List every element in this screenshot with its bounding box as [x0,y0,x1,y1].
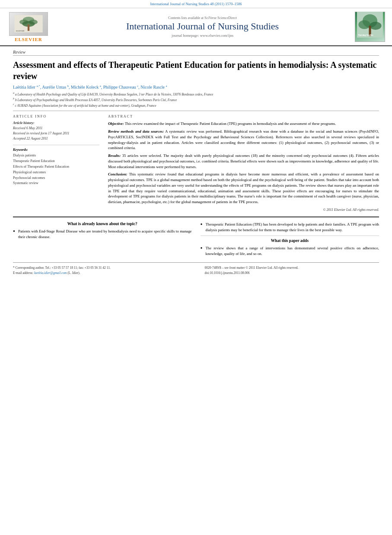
bullet-icon-2: • [201,222,204,233]
svg-point-10 [370,22,381,30]
history-line-3: Accepted 22 August 2011 [13,136,99,141]
top-reference-text: International Journal of Nursing Studies… [150,2,242,6]
abstract-conclusion: Conclusion: This systematic review found… [108,172,379,205]
email-line: E-mail address: laetitia.idier@gmail.com… [13,271,188,275]
issn-line: 0020-7489/$ – see front matter © 2011 El… [205,265,379,270]
paper-adds-bullet: • The review shows that a range of inter… [201,245,379,257]
box-divider [201,236,379,236]
abstract-results: Results: 35 articles were selected. The … [108,153,379,169]
known-about-bullet: • Patients with End-Stage Renal Disease … [13,229,192,240]
keyword-3: Effects of Therapeutic Patient Education [13,164,99,170]
objective-text-content: This review examined the impact of Thera… [125,121,336,126]
results-label: Results: [108,153,121,158]
left-column: ARTICLE INFO Article history: Received 6… [13,115,99,212]
keyword-4: Physiological outcomes [13,170,99,175]
top-reference-bar: International Journal of Nursing Studies… [0,0,392,8]
journal-center-block: Contents lists available at SciVerse Sci… [54,16,351,38]
abstract-review: Review methods and data sources: A syste… [108,129,379,151]
known-about-text: Patients with End-Stage Renal Disease wh… [18,229,192,240]
svg-text:ELSEVIER: ELSEVIER [16,30,25,32]
abstract-objective: Objective: This review examined the impa… [108,121,379,127]
svg-rect-5 [28,25,29,31]
journal-homepage: journal homepage: www.elsevier.com/ijns [54,33,351,38]
conclusion-text-content: This systematic review found that educat… [108,172,379,204]
affiliations-block: a a Laboratory of Health Psychology and … [13,91,379,108]
keyword-2: Therapeutic Patient Education [13,159,99,164]
keyword-6: Systematic review [13,181,99,186]
elsevier-tree-icon: ELSEVIER [13,15,44,32]
keyword-1: Dialysis patients [13,153,99,159]
bullet-icon-3: • [201,245,204,257]
abstract-section: Objective: This review examined the impa… [108,121,379,212]
journal-cover-image: Nursing Studies [355,12,385,42]
article-history-block: Article history: Received 6 May 2011 Rec… [13,121,99,141]
tpe-text: Therapeutic Patient Education (TPE) has … [206,222,379,233]
footnotes-block: * Corresponding author. Tel.: +33 05 57 … [13,265,188,275]
history-line-2: Received in revised form 17 August 2011 [13,131,99,136]
email-label: E-mail address: [13,271,33,275]
review-label: Review methods and data sources: [108,129,164,134]
paper-adds-heading: What this paper adds [201,239,379,243]
history-divider [13,145,99,145]
email-address: laetitia.idier@gmail.com [34,271,68,275]
sciverse-line: Contents lists available at SciVerse Sci… [54,16,351,20]
right-column-abstract: ABSTRACT Objective: This review examined… [108,115,379,212]
svg-text:Nursing Studies: Nursing Studies [358,34,373,36]
corresponding-author: * Corresponding author. Tel.: +33 05 57 … [13,265,188,270]
elsevier-logo-block: ELSEVIER ELSEVIER [7,12,50,42]
affiliation-a: a a Laboratory of Health Psychology and … [13,91,379,97]
tpe-bullet: • Therapeutic Patient Education (TPE) ha… [201,222,379,233]
abstract-heading: ABSTRACT [108,115,379,118]
article-info-heading: ARTICLE INFO [13,115,99,118]
keywords-label: Keywords: [13,148,99,152]
main-content: Review Assessment and effects of Therape… [0,46,392,280]
results-text-content: 35 articles were selected. The majority … [108,153,379,169]
known-about-box: What is already known about the topic? •… [13,222,192,258]
footer-section: * Corresponding author. Tel.: +33 05 57 … [13,262,379,275]
doi-line: doi:10.1016/j.ijnurstu.2011.08.006 [205,271,379,275]
conclusion-label: Conclusion: [108,172,127,176]
article-type: Review [13,50,379,56]
bottom-section: What is already known about the topic? •… [13,217,379,258]
journal-header: ELSEVIER ELSEVIER Contents lists availab… [0,8,392,46]
affiliation-b: b b Laboratory of Psychopathology and He… [13,97,379,102]
bullet-icon-1: • [13,229,16,240]
history-label: Article history: [13,121,99,125]
objective-label: Objective: [108,121,124,126]
history-line-1: Received 6 May 2011 [13,126,99,131]
copyright-line: © 2011 Elsevier Ltd. All rights reserved… [108,207,379,213]
tpe-and-paper-box: • Therapeutic Patient Education (TPE) ha… [201,222,379,258]
elsevier-brand-name: ELSEVIER [15,37,42,42]
doi-block: 0020-7489/$ – see front matter © 2011 El… [205,265,379,275]
authors-line: Laëtitia Idier a,*, Aurélie Untas b, Mic… [13,84,379,89]
keywords-section: Keywords: Dialysis patients Therapeutic … [13,148,99,186]
authors-text: Laëtitia Idier a,*, Aurélie Untas b, Mic… [13,85,167,89]
affiliation-c: c c AURAD Aquitaine (Association for the… [13,102,379,108]
cover-illustration-icon: Nursing Studies [357,10,383,40]
journal-title: International Journal of Nursing Studies [54,21,351,32]
elsevier-logo-image: ELSEVIER [9,12,48,36]
paper-adds-text: The review shows that a range of interve… [206,245,379,257]
keyword-5: Psychosocial outcomes [13,175,99,181]
article-title: Assessment and effects of Therapeutic Pa… [13,59,379,82]
email-suffix: (L. Idier). [67,271,80,275]
svg-point-9 [358,20,370,29]
known-about-heading: What is already known about the topic? [13,222,192,226]
two-column-section: ARTICLE INFO Article history: Received 6… [13,111,379,212]
